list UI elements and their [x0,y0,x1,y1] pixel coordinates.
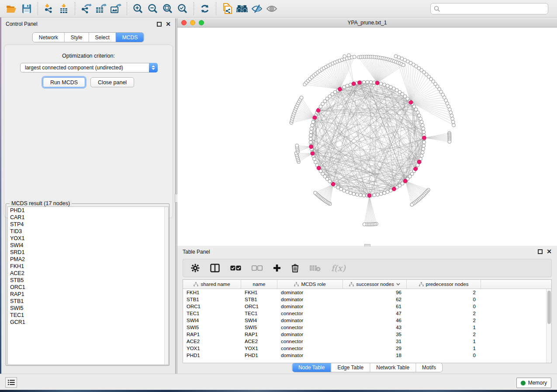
optimization-criterion-select[interactable]: largest connected component (undirected) [20,63,158,72]
mcds-hub-node[interactable] [352,82,356,86]
tab-network[interactable]: Network [33,33,64,42]
table-panel-header: Table Panel ✕ [177,247,557,257]
tab-node-table[interactable]: Node Table [292,363,331,372]
export-network-icon[interactable] [79,2,93,16]
mcds-result-item[interactable]: PHD1 [8,207,168,214]
mcds-hub-node[interactable] [338,87,342,91]
mcds-hub-node[interactable] [422,136,426,140]
close-panel-icon[interactable]: ✕ [166,22,171,27]
close-table-panel-icon[interactable]: ✕ [547,249,552,254]
hide-panels-eye-icon[interactable] [249,2,264,16]
zoom-out-icon[interactable] [145,2,160,16]
mcds-hub-node[interactable] [331,182,335,186]
mcds-result-list[interactable]: PHD1CAR1STP4TID3YOX1SWI4SRD1PMA2FKH1ACE2… [7,206,169,365]
mcds-hub-node[interactable] [392,187,396,191]
mcds-hub-node[interactable] [358,81,362,85]
run-mcds-button[interactable]: Run MCDS [43,77,85,87]
tab-style[interactable]: Style [64,33,89,42]
mcds-result-item[interactable]: RAP1 [8,291,168,298]
column-header-MCDS-role[interactable]: MCDS role [277,280,343,289]
deselect-all-icon[interactable] [252,265,263,271]
show-panels-eye-icon[interactable] [264,2,279,16]
import-network-icon[interactable] [42,2,56,16]
task-history-button[interactable] [5,377,17,388]
mcds-result-item[interactable]: TEC1 [8,312,168,319]
select-all-icon[interactable] [230,265,241,271]
table-row[interactable]: YOX1YOX1connector291 [183,345,551,352]
mcds-hub-node[interactable] [417,160,421,164]
column-header-successor-nodes[interactable]: successor nodes [343,280,407,289]
mcds-hub-node[interactable] [317,166,321,170]
export-image-icon[interactable] [108,2,123,16]
table-row[interactable]: ACE2ACE2connector311 [183,338,551,345]
mcds-hub-node[interactable] [309,145,313,149]
mcds-hub-node[interactable] [313,116,317,120]
export-table-icon[interactable] [93,2,108,16]
network-graph[interactable] [177,28,557,246]
tab-network-table[interactable]: Network Table [370,363,415,372]
column-header-name[interactable]: name [241,280,277,289]
mcds-result-item[interactable]: ACE2 [8,270,168,277]
cell-shared_name: TEC1 [183,310,241,317]
mcds-hub-node[interactable] [316,109,320,113]
table-row[interactable]: STB1STB1dominator620 [183,296,551,303]
tab-edge-table[interactable]: Edge Table [331,363,370,372]
table-row[interactable]: RAP1RAP1dominator352 [183,331,551,338]
toolbar-search-box[interactable] [430,3,548,14]
mcds-list-scrollbar[interactable] [164,207,168,364]
add-icon[interactable] [273,264,281,272]
mcds-result-item[interactable]: FKH1 [8,263,168,270]
save-session-icon[interactable] [19,2,34,16]
mcds-result-item[interactable]: SWI5 [8,305,168,312]
mcds-hub-node[interactable] [375,81,379,85]
float-table-panel-icon[interactable] [538,249,543,254]
mcds-result-item[interactable]: PMA2 [8,256,168,263]
mcds-result-item[interactable]: TID3 [8,228,168,235]
mcds-result-item[interactable]: CAR1 [8,214,168,221]
column-header-predecessor-nodes[interactable]: predecessor nodes [407,280,481,289]
zoom-selected-icon[interactable] [175,2,190,16]
tab-select[interactable]: Select [89,33,116,42]
mcds-result-item[interactable]: STB1 [8,298,168,305]
column-header-shared-name[interactable]: shared name [183,280,241,289]
mcds-hub-node[interactable] [409,100,413,104]
table-row[interactable]: ORC1ORC1dominator610 [183,303,551,310]
mcds-hub-node[interactable] [414,167,418,171]
float-panel-icon[interactable] [157,22,162,27]
mcds-hub-node[interactable] [367,194,371,198]
tab-mcds[interactable]: MCDS [116,33,144,42]
tab-motifs[interactable]: Motifs [415,363,442,372]
table-row[interactable]: SWI4SWI4dominator462 [183,317,551,324]
memory-button[interactable]: Memory [516,378,551,388]
table-row[interactable]: FKH1FKH1dominator962 [183,289,551,296]
split-panel-icon[interactable] [210,264,220,272]
mcds-result-item[interactable]: STP4 [8,221,168,228]
close-panel-button[interactable]: Close panel [90,77,134,87]
gear-icon[interactable] [191,264,200,272]
mcds-result-item[interactable]: STB5 [8,277,168,284]
cell-shared_name: YOX1 [183,345,241,352]
network-from-document-icon[interactable] [220,2,235,16]
mcds-result-item[interactable]: ORC1 [8,284,168,291]
refresh-icon[interactable] [197,2,212,16]
trash-icon[interactable] [291,264,299,272]
table-row[interactable]: TEC1TEC1connector472 [183,310,551,317]
mcds-result-item[interactable]: SWI4 [8,242,168,249]
search-input[interactable] [440,4,548,13]
cell-predecessor_nodes: 2 [407,317,481,324]
zoom-in-icon[interactable] [131,2,145,16]
mcds-hub-node[interactable] [404,179,408,183]
table-scrollbar[interactable] [546,289,551,363]
table-row[interactable]: PHD1PHD1dominator180 [183,352,551,359]
network-canvas[interactable] [177,28,557,246]
open-file-icon[interactable] [4,2,19,16]
table-row[interactable]: SWI5SWI5connector431 [183,324,551,331]
search-binoculars-icon[interactable] [235,2,249,16]
import-table-icon[interactable] [56,2,71,16]
mcds-result-item[interactable]: GCR1 [8,319,168,326]
table-scrollbar-thumb[interactable] [547,291,551,324]
zoom-fit-icon[interactable] [160,2,175,16]
mcds-hub-node[interactable] [311,151,315,155]
mcds-result-item[interactable]: YOX1 [8,235,168,242]
mcds-result-item[interactable]: SRD1 [8,249,168,256]
